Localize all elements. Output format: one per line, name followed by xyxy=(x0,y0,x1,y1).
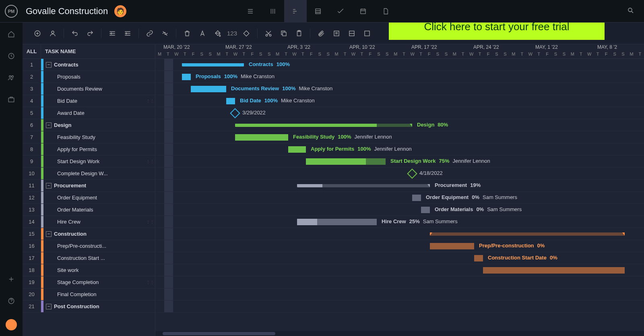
gantt-row[interactable]: Feasibility Study100%Jennifer Lennon xyxy=(155,131,644,143)
link-button[interactable] xyxy=(143,27,157,40)
gantt-bar[interactable] xyxy=(297,219,377,225)
font-button[interactable] xyxy=(196,27,209,40)
milestone-icon[interactable] xyxy=(230,108,240,118)
outdent-button[interactable] xyxy=(105,27,119,40)
expand-icon[interactable]: − xyxy=(46,304,52,309)
gantt-bar[interactable] xyxy=(412,195,421,201)
expand-icon[interactable]: − xyxy=(46,231,52,237)
expand-icon[interactable]: − xyxy=(46,122,52,128)
note-button[interactable] xyxy=(330,27,343,40)
view-sheet[interactable] xyxy=(307,0,329,23)
gantt-bar[interactable] xyxy=(182,74,191,80)
task-row[interactable]: 4 Bid Date ⋮⋮ xyxy=(23,95,155,107)
gantt-row[interactable]: 3/29/2022 xyxy=(155,107,644,119)
assign-button[interactable] xyxy=(46,27,60,40)
gantt-bar[interactable] xyxy=(191,86,226,92)
view-board[interactable] xyxy=(262,0,284,23)
view-gantt[interactable] xyxy=(284,0,307,23)
horizontal-scrollbar[interactable] xyxy=(155,331,644,336)
gantt-row[interactable]: Hire Crew25%Sam Summers xyxy=(155,216,644,228)
view-files[interactable] xyxy=(374,0,397,23)
gantt-bar[interactable] xyxy=(235,124,412,127)
gantt-row[interactable]: Procurement19% xyxy=(155,180,644,192)
task-row[interactable]: 11 − Procurement xyxy=(23,180,155,192)
shape-button[interactable] xyxy=(239,27,253,40)
rail-avatar[interactable] xyxy=(6,319,17,330)
pm-logo[interactable]: PM xyxy=(5,5,18,18)
gantt-row[interactable]: Design80% xyxy=(155,119,644,131)
gantt-bar[interactable] xyxy=(297,184,430,187)
task-row[interactable]: 12 Order Equipment xyxy=(23,192,155,204)
gantt-row[interactable]: Proposals100%Mike Cranston xyxy=(155,71,644,83)
gantt-row[interactable] xyxy=(155,301,644,313)
gantt-bar[interactable] xyxy=(288,146,306,153)
task-row[interactable]: 16 Prep/Pre-constructi... xyxy=(23,240,155,252)
task-row[interactable]: 1 − Contracts xyxy=(23,59,155,71)
copy-button[interactable] xyxy=(277,27,291,40)
gantt-bar[interactable] xyxy=(182,63,244,66)
paste-button[interactable] xyxy=(292,27,306,40)
unlink-button[interactable] xyxy=(158,27,172,40)
gantt-bar[interactable] xyxy=(226,98,235,104)
add-task-button[interactable] xyxy=(31,27,44,40)
cut-button[interactable] xyxy=(262,27,275,40)
gantt-row[interactable]: Prep/Pre-construction0% xyxy=(155,240,644,252)
milestone-icon[interactable] xyxy=(407,168,417,178)
gantt-bar[interactable] xyxy=(483,267,625,274)
user-avatar[interactable]: 🧑 xyxy=(114,5,126,17)
search-icon[interactable] xyxy=(622,7,639,16)
gantt-bar[interactable] xyxy=(306,158,386,165)
expand-icon[interactable]: − xyxy=(46,62,52,68)
task-row[interactable]: 18 Site work xyxy=(23,264,155,276)
task-row[interactable]: 10 Complete Design W... xyxy=(23,168,155,180)
gantt-row[interactable] xyxy=(155,228,644,240)
gantt-bar[interactable] xyxy=(430,243,474,249)
scrollbar-thumb[interactable] xyxy=(163,332,275,335)
gantt-row[interactable]: Order Materials0%Sam Summers xyxy=(155,204,644,216)
gantt-row[interactable]: Bid Date100%Mike Cranston xyxy=(155,95,644,107)
task-row[interactable]: 17 Construction Start ... xyxy=(23,252,155,264)
task-row[interactable]: 21 − Post Construction xyxy=(23,301,155,313)
task-row[interactable]: 2 Proposals xyxy=(23,71,155,83)
task-row[interactable]: 14 Hire Crew ⋮⋮ xyxy=(23,216,155,228)
gantt-row[interactable]: Start Design Work75%Jennifer Lennon xyxy=(155,156,644,168)
gantt-bar[interactable] xyxy=(430,232,625,236)
gantt-bar[interactable] xyxy=(474,255,483,261)
view-dashboard[interactable] xyxy=(329,0,352,23)
gantt-row[interactable] xyxy=(155,288,644,301)
task-row[interactable]: 13 Order Materials xyxy=(23,204,155,216)
expand-icon[interactable]: − xyxy=(46,183,52,189)
view-list[interactable] xyxy=(239,0,262,23)
view-calendar[interactable] xyxy=(352,0,374,23)
gantt-bar[interactable] xyxy=(421,207,430,213)
gantt-row[interactable]: 4/18/2022 xyxy=(155,168,644,180)
delete-button[interactable] xyxy=(180,27,194,40)
portfolio-icon[interactable] xyxy=(8,96,15,105)
gantt-row[interactable]: Documents Review100%Mike Cranston xyxy=(155,83,644,95)
column-name-header[interactable]: TASK NAME xyxy=(41,44,155,58)
gantt-row[interactable]: Contracts100% xyxy=(155,59,644,71)
gantt-bar[interactable] xyxy=(235,134,288,141)
task-row[interactable]: 9 Start Design Work ⋮⋮ xyxy=(23,156,155,168)
team-icon[interactable] xyxy=(8,74,15,83)
recent-icon[interactable] xyxy=(8,52,15,61)
format-number[interactable]: 123 xyxy=(226,30,238,37)
redo-button[interactable] xyxy=(83,27,97,40)
column-id-header[interactable]: ALL xyxy=(23,44,41,58)
fill-button[interactable] xyxy=(211,27,225,40)
task-row[interactable]: 20 Final Completion xyxy=(23,288,155,301)
task-row[interactable]: 3 Documents Review xyxy=(23,83,155,95)
indent-button[interactable] xyxy=(121,27,134,40)
project-title[interactable]: Govalle Construction xyxy=(26,6,108,17)
gantt-row[interactable]: Apply for Permits100%Jennifer Lennon xyxy=(155,143,644,156)
gantt-row[interactable] xyxy=(155,264,644,276)
gantt-chart[interactable]: MAR, 20 '22MAR, 27 '22APR, 3 '22APR, 10 … xyxy=(155,44,644,336)
baseline-button[interactable] xyxy=(345,27,359,40)
gantt-row[interactable]: Construction Start Date0% xyxy=(155,252,644,264)
task-row[interactable]: 19 Stage Completion ⋮⋮ xyxy=(23,276,155,288)
task-row[interactable]: 7 Feasibility Study xyxy=(23,131,155,143)
home-icon[interactable] xyxy=(8,31,15,39)
task-row[interactable]: 15 − Construction xyxy=(23,228,155,240)
task-row[interactable]: 5 Award Date xyxy=(23,107,155,119)
help-icon[interactable] xyxy=(8,297,15,306)
